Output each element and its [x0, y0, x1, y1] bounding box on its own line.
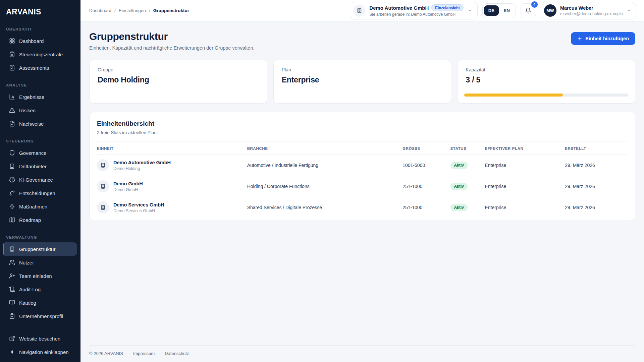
stat-card-gruppe: GruppeDemo Holding — [89, 60, 267, 104]
sidebar-item-ki-governance[interactable]: KI-Governance — [3, 173, 77, 186]
sidebar-item-risiken[interactable]: Risiken — [3, 104, 77, 117]
table-title: Einheitenübersicht — [97, 120, 628, 127]
stat-card-kapazitaet: Kapazität3 / 5 — [457, 60, 635, 104]
breadcrumb: Dashboard/Einstellungen/Gruppenstruktur — [89, 8, 189, 13]
breadcrumb-separator: / — [149, 8, 150, 13]
sidebar-item-label: Governance — [19, 150, 47, 156]
cell-branche: Automotive / Industrielle Fertigung — [247, 163, 403, 168]
org-switcher[interactable]: Demo Automotive GmbH Einzelansicht Sie a… — [350, 2, 477, 19]
sidebar-item-navigation-einklappen[interactable]: Navigation einklappen — [3, 345, 77, 359]
sidebar-item-label: Katalog — [19, 300, 36, 306]
table-row[interactable]: Demo Automotive GmbHDemo HoldingAutomoti… — [97, 155, 628, 176]
sidebar-item-label: Assessments — [19, 65, 49, 71]
org-view-badge: Einzelansicht — [431, 4, 464, 11]
external-link-icon — [9, 335, 15, 342]
shield-icon — [9, 149, 15, 156]
stat-cards: GruppeDemo HoldingPlanEnterpriseKapazitä… — [89, 60, 635, 104]
breadcrumb-separator: / — [114, 8, 116, 13]
sidebar-item-ergebnisse[interactable]: Ergebnisse — [3, 90, 77, 104]
cell-erstellt: 29. März 2026 — [565, 163, 628, 168]
sidebar-item-nutzer[interactable]: Nutzer — [3, 256, 77, 269]
sidebar-item-entscheidungen[interactable]: Entscheidungen — [3, 186, 77, 200]
sidebar-item-label: Gruppenstruktur — [19, 246, 55, 252]
table-row[interactable]: Demo GmbHDemo GmbHHolding / Corporate Fu… — [97, 176, 628, 197]
page-title: Gruppenstruktur — [89, 31, 255, 42]
nav-section-steuerung: SteuerungGovernanceDrittanbieterKI-Gover… — [0, 139, 80, 227]
cell-entity: Demo GmbHDemo GmbH — [97, 180, 247, 192]
cell-status: Aktiv — [450, 183, 485, 190]
page-subtitle: Einheiten, Kapazität und nachträgliche E… — [89, 45, 255, 51]
add-unit-button[interactable]: Einheit hinzufügen — [571, 32, 635, 45]
notifications-button[interactable]: 4 — [521, 3, 536, 18]
stat-card-plan: PlanEnterprise — [273, 60, 451, 104]
brain-icon — [9, 176, 15, 183]
sidebar-item-drittanbieter[interactable]: Drittanbieter — [3, 160, 77, 173]
building-icon — [9, 246, 15, 252]
clipboard-check-icon — [9, 64, 15, 71]
footer-link-datenschutz[interactable]: Datenschutz — [165, 351, 189, 356]
sidebar-item-katalog[interactable]: Katalog — [3, 296, 77, 309]
topbar-right: Demo Automotive GmbH Einzelansicht Sie a… — [350, 2, 636, 19]
add-unit-button-label: Einheit hinzufügen — [585, 36, 629, 41]
entity-name-block: Demo Automotive GmbHDemo Holding — [113, 160, 171, 171]
sidebar-item-nachweise[interactable]: Nachweise — [3, 117, 77, 130]
cell-entity: Demo Automotive GmbHDemo Holding — [97, 159, 247, 171]
sidebar-item-label: Team einladen — [19, 273, 52, 279]
user-plus-icon — [9, 273, 15, 279]
nav-section-label: Analyse — [0, 83, 80, 87]
sidebar-footer-items: Website besuchenNavigation einklappen — [0, 332, 80, 359]
sidebar-item-assessments[interactable]: Assessments — [3, 61, 77, 74]
column-header-branche: Branche — [247, 146, 403, 150]
user-menu[interactable]: MW Marcus Weber m.weber@demo-holding.exa… — [541, 2, 636, 19]
column-header-effektiver-plan: Effektiver Plan — [485, 146, 565, 150]
app-root: { "brand": "ARVANIS", "sidebar": { "sect… — [0, 0, 644, 362]
warning-triangle-icon — [9, 107, 15, 114]
entity-name: Demo Automotive GmbH — [113, 160, 171, 165]
sidebar-item-label: Nutzer — [19, 260, 34, 265]
scroll-icon — [9, 286, 15, 293]
footer-link-impressum[interactable]: Impressum — [133, 351, 155, 356]
file-check-icon — [9, 120, 15, 127]
sidebar-item-steuerungszentrale[interactable]: Steuerungszentrale — [3, 48, 77, 61]
plus-icon — [577, 36, 582, 41]
lightning-icon — [9, 203, 15, 210]
breadcrumb-item-dashboard[interactable]: Dashboard — [89, 8, 111, 13]
bell-icon — [525, 7, 531, 14]
column-header-status: Status — [450, 146, 485, 150]
lang-button-de[interactable]: DE — [484, 5, 499, 16]
users-icon — [9, 259, 15, 266]
sidebar-item-dashboard[interactable]: Dashboard — [3, 34, 77, 48]
sidebar-item-label: Audit-Log — [19, 287, 41, 292]
clipboard-check-icon — [9, 313, 15, 319]
notification-count-badge: 4 — [531, 1, 538, 8]
org-subtitle: Sie arbeiten gerade in: Demo Automotive … — [369, 12, 463, 17]
status-badge: Aktiv — [450, 183, 468, 190]
sidebar-item-roadmap[interactable]: Roadmap — [3, 213, 77, 227]
org-name: Demo Automotive GmbH — [369, 5, 429, 11]
breadcrumb-item-einstellungen[interactable]: Einstellungen — [119, 8, 146, 13]
sidebar-item-massnahmen[interactable]: Maßnahmen — [3, 200, 77, 213]
cell-erstellt: 29. März 2026 — [565, 205, 628, 210]
nav-section-uebersicht: ÜbersichtDashboardSteuerungszentraleAsse… — [0, 27, 80, 74]
sidebar-nav: ÜbersichtDashboardSteuerungszentraleAsse… — [0, 18, 80, 323]
user-email: m.weber@demo-holding.example — [560, 11, 623, 16]
sidebar-item-team-einladen[interactable]: Team einladen — [3, 269, 77, 283]
entity-name: Demo Services GmbH — [113, 202, 164, 207]
capacity-progress-track — [464, 94, 628, 97]
cell-groesse: 251-1000 — [402, 184, 450, 189]
sidebar-item-audit-log[interactable]: Audit-Log — [3, 283, 77, 296]
sidebar-item-gruppenstruktur[interactable]: Gruppenstruktur — [3, 242, 77, 256]
entity-name: Demo GmbH — [113, 181, 143, 186]
language-toggle: DEEN — [482, 3, 516, 18]
sidebar-item-label: Maßnahmen — [19, 204, 47, 209]
stat-card-value: Enterprise — [282, 75, 443, 84]
sidebar-item-label: Entscheidungen — [19, 190, 55, 196]
stat-card-value: Demo Holding — [98, 75, 259, 84]
sidebar-item-unternehmensprofil[interactable]: Unternehmensprofil — [3, 309, 77, 323]
sidebar-item-website-besuchen[interactable]: Website besuchen — [3, 332, 77, 345]
entity-subname: Demo Holding — [113, 166, 171, 171]
sidebar-item-governance[interactable]: Governance — [3, 146, 77, 160]
capacity-progress-fill — [464, 94, 562, 97]
table-row[interactable]: Demo Services GmbHDemo Services GmbHShar… — [97, 197, 628, 218]
lang-button-en[interactable]: EN — [499, 5, 514, 16]
